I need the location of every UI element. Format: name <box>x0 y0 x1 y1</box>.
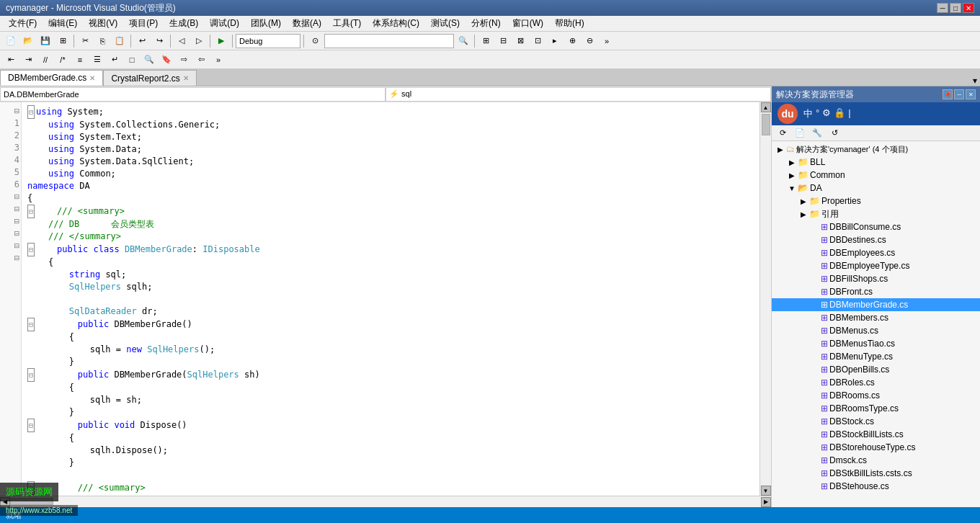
sol-logo-btn1[interactable]: 中 <box>803 107 813 120</box>
tree-references[interactable]: ▶ 📁 引用 <box>772 207 980 220</box>
device-btn[interactable]: ⊙ <box>307 34 323 48</box>
wrap-btn[interactable]: ↵ <box>107 53 122 67</box>
scroll-right-btn[interactable]: ▶ <box>761 497 771 507</box>
tree-file-dbfillshops[interactable]: ▶ ⊞ DBFillShops.cs <box>772 272 980 285</box>
scrollbar-horizontal[interactable]: ◀ ▶ <box>0 496 771 507</box>
nav-btn[interactable]: ⇨ <box>176 53 192 67</box>
menu-arch[interactable]: 体系结构(C) <box>367 16 425 31</box>
menu-view[interactable]: 视图(V) <box>83 16 123 31</box>
menu-test[interactable]: 测试(S) <box>425 16 466 31</box>
tb-more4[interactable]: ⊡ <box>530 34 545 48</box>
tree-file-dbmembers[interactable]: ▶ ⊞ DBMembers.cs <box>772 311 980 324</box>
menu-debug[interactable]: 调试(D) <box>204 16 245 31</box>
tree-file-dbroomstype[interactable]: ▶ ⊞ DBRoomsType.cs <box>772 402 980 415</box>
tb-more2[interactable]: ⊟ <box>495 34 511 48</box>
tb-more5[interactable]: ▸ <box>547 34 563 48</box>
tree-file-dbstock[interactable]: ▶ ⊞ DBStock.cs <box>772 415 980 428</box>
tb-more1[interactable]: ⊞ <box>478 34 494 48</box>
debug-mode-dropdown[interactable]: Debug <box>236 34 300 48</box>
tree-file-dmsck[interactable]: ▶ ⊞ Dmsck.cs <box>772 454 980 467</box>
indent-btn[interactable]: ⇤ <box>3 53 19 67</box>
tab-crystalreport2[interactable]: CrystalReport2.cs ✕ <box>103 70 196 86</box>
tree-file-dbrooms[interactable]: ▶ ⊞ DBRooms.cs <box>772 389 980 402</box>
menu-build[interactable]: 生成(B) <box>164 16 204 31</box>
tree-common[interactable]: ▶ 📁 Common <box>772 169 980 182</box>
fwd-btn[interactable]: ▷ <box>191 34 207 48</box>
sol-logo-btn5[interactable]: | <box>848 107 850 120</box>
find-btn[interactable]: 🔍 <box>141 53 157 67</box>
tree-file-dbmembergrade[interactable]: ▶ ⊞ DBMemberGrade.cs <box>772 298 980 311</box>
scroll-thumb-v[interactable] <box>762 114 770 135</box>
close-button[interactable]: ✕ <box>963 3 974 13</box>
save-all-btn[interactable]: ⊞ <box>55 34 71 48</box>
class-dropdown[interactable]: DA.DBMemberGrade <box>0 87 386 102</box>
tree-properties[interactable]: ▶ 📁 Properties <box>772 195 980 207</box>
tree-file-dbbillconsume[interactable]: ▶ ⊞ DBBillConsume.cs <box>772 220 980 233</box>
tab-dbmembergrade-close[interactable]: ✕ <box>89 74 95 82</box>
menu-analyze[interactable]: 分析(N) <box>466 16 507 31</box>
nav-back-btn[interactable]: ⇦ <box>193 53 209 67</box>
code-content[interactable]: ⊟using System; using System.Collections.… <box>22 102 760 496</box>
box-btn[interactable]: □ <box>124 53 140 67</box>
tree-solution-root[interactable]: ▶ 🗂 解决方案'cymanager' (4 个项目) <box>772 143 980 156</box>
bookmark-btn[interactable]: 🔖 <box>159 53 174 67</box>
back-btn[interactable]: ◁ <box>174 34 190 48</box>
tab-crystalreport2-close[interactable]: ✕ <box>183 74 189 82</box>
tree-file-dbstehouse[interactable]: ▶ ⊞ DBStehouse.cs <box>772 480 980 493</box>
cut-btn[interactable]: ✂ <box>77 34 93 48</box>
tree-file-dbemployees[interactable]: ▶ ⊞ DBEmployees.cs <box>772 246 980 259</box>
sol-logo-btn2[interactable]: ° <box>816 107 819 120</box>
tb-more6[interactable]: ⊕ <box>564 34 580 48</box>
menu-edit[interactable]: 编辑(E) <box>43 16 83 31</box>
sol-logo-btn3[interactable]: ⚙ <box>822 107 831 120</box>
tree-file-dbmenus[interactable]: ▶ ⊞ DBMenus.cs <box>772 324 980 337</box>
tree-file-dbstorehousetype[interactable]: ▶ ⊞ DBStorehouseType.cs <box>772 441 980 454</box>
menu-tools[interactable]: 工具(T) <box>327 16 367 31</box>
tab-dbmembergrade[interactable]: DBMemberGrade.cs ✕ <box>0 70 103 86</box>
redo-btn[interactable]: ↪ <box>151 34 167 48</box>
sol-close-btn[interactable]: ✕ <box>966 89 976 99</box>
tree-bll[interactable]: ▶ 📁 BLL <box>772 156 980 169</box>
outdent-btn[interactable]: ⇥ <box>20 53 36 67</box>
align-btn[interactable]: ≡ <box>72 53 88 67</box>
open-btn[interactable]: 📂 <box>20 34 36 48</box>
tb-more8[interactable]: » <box>599 34 615 48</box>
copy-btn[interactable]: ⎘ <box>94 34 110 48</box>
tree-file-dbemployeetype[interactable]: ▶ ⊞ DBEmployeeType.cs <box>772 259 980 272</box>
tree-file-dbroles[interactable]: ▶ ⊞ DBRoles.cs <box>772 376 980 389</box>
tree-file-dbdestines[interactable]: ▶ ⊞ DBDestines.cs <box>772 233 980 246</box>
list-btn[interactable]: ☰ <box>89 53 105 67</box>
tree-file-dbstockbilllists[interactable]: ▶ ⊞ DBStockBillLists.cs <box>772 428 980 441</box>
save-btn[interactable]: 💾 <box>37 34 53 48</box>
sol-sync-btn[interactable]: ⟳ <box>775 126 790 140</box>
tree-file-dbfront[interactable]: ▶ ⊞ DBFront.cs <box>772 285 980 298</box>
menu-window[interactable]: 窗口(W) <box>507 16 549 31</box>
tab-arrow[interactable]: ▾ <box>970 76 980 86</box>
uncomment-btn[interactable]: /* <box>55 53 71 67</box>
member-dropdown[interactable]: ⚡ sql <box>386 87 771 102</box>
search-go-btn[interactable]: 🔍 <box>455 34 471 48</box>
tree-file-dbopenbills[interactable]: ▶ ⊞ DBOpenBills.cs <box>772 363 980 376</box>
menu-project[interactable]: 项目(P) <box>123 16 164 31</box>
menu-help[interactable]: 帮助(H) <box>549 16 590 31</box>
sol-min-btn[interactable]: ─ <box>954 89 964 99</box>
tree-file-dbmenutype[interactable]: ▶ ⊞ DBMenuType.cs <box>772 350 980 363</box>
sol-logo-btn4[interactable]: 🔒 <box>834 107 845 120</box>
sol-refresh-btn[interactable]: ↺ <box>827 126 842 140</box>
minimize-button[interactable]: ─ <box>937 3 948 13</box>
menu-data[interactable]: 数据(A) <box>287 16 327 31</box>
run-btn[interactable]: ▶ <box>213 34 229 48</box>
scrollbar-vertical[interactable]: ▲ ▼ <box>760 102 771 496</box>
sol-show-files-btn[interactable]: 📄 <box>792 126 808 140</box>
menu-team[interactable]: 团队(M) <box>245 16 287 31</box>
new-project-btn[interactable]: 📄 <box>3 34 19 48</box>
tree-file-dbmenustiao[interactable]: ▶ ⊞ DBMenusTiao.cs <box>772 337 980 350</box>
tb-more7[interactable]: ⊖ <box>582 34 597 48</box>
comment-btn[interactable]: // <box>37 53 53 67</box>
menu-file[interactable]: 文件(F) <box>3 16 43 31</box>
tb-more3[interactable]: ⊠ <box>512 34 528 48</box>
paste-btn[interactable]: 📋 <box>112 34 128 48</box>
search-box[interactable] <box>324 34 454 48</box>
sol-props-btn[interactable]: 🔧 <box>809 126 825 140</box>
tree-da[interactable]: ▼ 📂 DA <box>772 182 980 195</box>
